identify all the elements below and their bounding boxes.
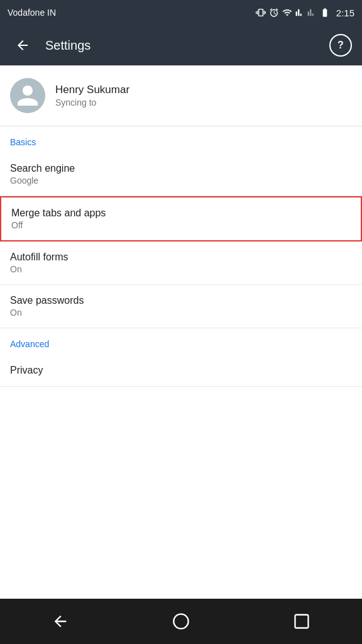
autofill-forms-item[interactable]: Autofill forms On bbox=[0, 242, 362, 285]
account-section[interactable]: Henry Sukumar Syncing to bbox=[0, 65, 362, 126]
back-button[interactable] bbox=[10, 33, 35, 58]
privacy-item[interactable]: Privacy bbox=[0, 355, 362, 387]
app-bar: Settings ? bbox=[0, 25, 362, 65]
privacy-title: Privacy bbox=[10, 365, 352, 376]
status-icons: 2:15 bbox=[256, 8, 354, 18]
search-engine-title: Search engine bbox=[10, 163, 352, 174]
alarm-icon bbox=[269, 8, 279, 18]
merge-tabs-item[interactable]: Merge tabs and apps Off bbox=[0, 196, 362, 242]
svg-rect-1 bbox=[295, 615, 309, 628]
page-title: Settings bbox=[45, 38, 329, 53]
account-name: Henry Sukumar bbox=[55, 84, 129, 96]
basics-section-header: Basics bbox=[0, 126, 362, 153]
vibrate-icon bbox=[256, 8, 266, 18]
save-passwords-item[interactable]: Save passwords On bbox=[0, 285, 362, 328]
time-label: 2:15 bbox=[336, 8, 354, 18]
autofill-forms-subtitle: On bbox=[10, 264, 352, 274]
nav-recents-button[interactable] bbox=[283, 602, 321, 640]
back-icon bbox=[15, 38, 30, 53]
battery-icon bbox=[319, 8, 331, 18]
svg-point-0 bbox=[173, 614, 188, 628]
avatar-icon bbox=[15, 83, 40, 108]
settings-content: Henry Sukumar Syncing to Basics Search e… bbox=[0, 65, 362, 599]
merge-tabs-subtitle: Off bbox=[11, 220, 351, 230]
nav-home-icon bbox=[172, 613, 190, 630]
basics-label: Basics bbox=[10, 137, 36, 147]
avatar bbox=[10, 78, 45, 113]
search-engine-item[interactable]: Search engine Google bbox=[0, 153, 362, 196]
nav-back-button[interactable] bbox=[41, 602, 79, 640]
carrier-label: Vodafone IN bbox=[8, 8, 56, 18]
status-bar: Vodafone IN 2:15 bbox=[0, 0, 362, 25]
account-info: Henry Sukumar Syncing to bbox=[55, 84, 129, 108]
wifi-icon bbox=[282, 8, 292, 18]
nav-back-icon bbox=[52, 613, 69, 630]
advanced-section-header: Advanced bbox=[0, 328, 362, 355]
save-passwords-title: Save passwords bbox=[10, 295, 352, 306]
account-subtitle: Syncing to bbox=[55, 97, 129, 108]
advanced-label: Advanced bbox=[10, 339, 49, 349]
signal2-icon bbox=[307, 8, 316, 18]
search-engine-subtitle: Google bbox=[10, 175, 352, 186]
autofill-forms-title: Autofill forms bbox=[10, 252, 352, 263]
save-passwords-subtitle: On bbox=[10, 308, 352, 318]
nav-recents-icon bbox=[293, 613, 310, 630]
signal-icon bbox=[295, 8, 304, 18]
nav-home-button[interactable] bbox=[162, 602, 200, 640]
bottom-navigation bbox=[0, 599, 362, 644]
merge-tabs-title: Merge tabs and apps bbox=[11, 208, 351, 219]
help-icon: ? bbox=[337, 40, 344, 51]
help-button[interactable]: ? bbox=[329, 34, 352, 57]
